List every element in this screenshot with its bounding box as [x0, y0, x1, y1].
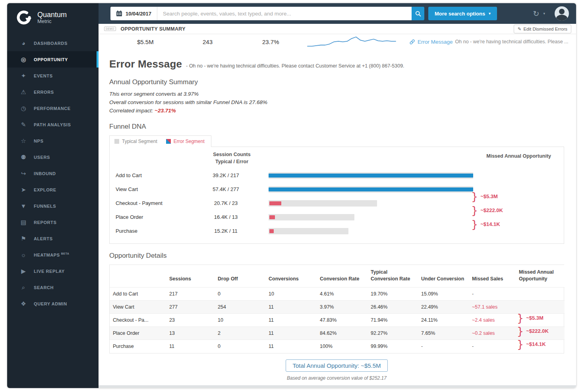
sidebar-item-label: INBOUND: [34, 171, 56, 176]
funnel-chart: Session Counts Typical / Error Missed An…: [109, 147, 564, 244]
user-avatar[interactable]: [555, 6, 569, 21]
table-row[interactable]: Place Order1321184.62%92.27%7.65%~0.2 sa…: [110, 327, 565, 340]
column-header: Missed Sales: [469, 265, 516, 288]
main-area: 10/04/2017 More search options ▾ ↻ ▾: [99, 3, 576, 388]
warning-icon: ⚠: [19, 89, 28, 96]
sidebar-item-label: SEARCH: [34, 285, 54, 290]
sidebar-item-explore[interactable]: ➤EXPLORE: [7, 182, 99, 198]
sidebar-item-label: ALERTS: [34, 236, 53, 241]
sidebar-item-errors[interactable]: ⚠ERRORS: [7, 84, 99, 100]
edit-dismissed-errors-button[interactable]: ✎ Edit Dismissed Errors: [514, 25, 571, 33]
sidebar-item-search[interactable]: ⌕SEARCH: [7, 279, 99, 295]
sidebar-item-performance[interactable]: ◷PERFORMANCE: [7, 100, 99, 116]
search-button[interactable]: [412, 7, 424, 20]
link-icon: [409, 39, 415, 45]
annual-line-2: Overall conversion for sessions with sim…: [109, 98, 564, 106]
funnel-session-counts: 16.4K / 13: [183, 214, 269, 220]
row-value: 254: [215, 301, 265, 314]
search-input[interactable]: [157, 7, 412, 20]
row-value: 0: [215, 340, 265, 353]
table-row[interactable]: Purchase11011100%99.99%--: [110, 340, 565, 353]
sidebar-item-nps[interactable]: ☆NPS: [7, 133, 99, 149]
sun-icon: ☼: [19, 251, 28, 258]
date-picker[interactable]: 10/04/2017: [110, 7, 157, 20]
total-annual-opportunity-button[interactable]: Total Annual Opportunity: ~$5.5M: [286, 359, 387, 372]
clock-icon: ◷: [19, 105, 28, 112]
row-value: 100%: [317, 340, 368, 353]
sidebar-item-path-analysis[interactable]: ✎PATH ANALYSIS: [7, 116, 99, 133]
flag-icon: ⚑: [19, 235, 28, 242]
sidebar-item-events[interactable]: ✦EVENTS: [7, 68, 99, 84]
rocket-icon: ➤: [19, 186, 28, 193]
annual-line-3: Correlated impact: ~23.71%: [109, 106, 564, 115]
funnel-bar-red: [269, 201, 281, 205]
refresh-chevron-down-icon[interactable]: ▾: [543, 12, 545, 15]
document-icon: ▤: [19, 219, 28, 226]
row-value: 13: [166, 327, 215, 340]
sidebar-item-label: QUERY ADMIN: [34, 301, 67, 306]
refresh-icon[interactable]: ↻: [533, 10, 540, 17]
error-message-link[interactable]: Error Message: [418, 39, 453, 45]
sidebar-item-inbound[interactable]: ↪INBOUND: [7, 165, 99, 182]
table-row[interactable]: View Cart277254113.97%26.46%22.49%~57.1 …: [110, 301, 565, 314]
session-counts-header: Session Counts Typical / Error: [189, 151, 275, 165]
summary-title-bar: DEMO OPPORTUNITY SUMMARY ✎ Edit Dismisse…: [99, 24, 576, 34]
sidebar-item-reports[interactable]: ▤REPORTS: [7, 214, 99, 230]
sidebar-item-dashboards[interactable]: ◕DASHBOARDS: [7, 35, 99, 51]
table-row[interactable]: Checkout - Pa...23101147.83%71.94%24.11%…: [110, 314, 565, 327]
row-value: ~57.1 sales: [469, 301, 516, 314]
column-header: Conversions: [265, 265, 317, 288]
column-header: Sessions: [166, 265, 215, 288]
row-phase-label: View Cart: [110, 301, 166, 314]
row-missed-annual: [516, 288, 565, 301]
sidebar-item-label: EXPLORE: [34, 187, 56, 192]
row-value: ~2.4 sales: [469, 314, 516, 327]
table-brace-5-3m: }~$5.3M: [517, 313, 544, 323]
sidebar-item-heatmaps[interactable]: ☼HEATMAPSBETA: [7, 247, 99, 263]
brand-logo[interactable]: Quantum Metric: [7, 3, 99, 31]
sidebar-item-live-replay[interactable]: ▶LIVE REPLAY: [7, 263, 99, 279]
users-icon: ⚉: [19, 154, 28, 161]
row-value: 11: [265, 301, 317, 314]
sidebar-item-label: LIVE REPLAY: [34, 269, 65, 274]
row-value: 11: [265, 314, 317, 327]
funnel-bar-blue: [269, 174, 473, 178]
correlated-impact-value: ~23.71%: [155, 108, 176, 114]
sidebar-item-users[interactable]: ⚉USERS: [7, 149, 99, 165]
sidebar-item-label: HEATMAPSBETA: [34, 252, 69, 257]
funnel-bar-red: [269, 215, 275, 219]
funnel-brace-5-3m: }~$5.3M: [471, 191, 498, 202]
annual-line-1: This error segment converts at 3.97%: [109, 90, 564, 98]
search-icon: [415, 11, 421, 17]
row-value: 92.27%: [368, 327, 418, 340]
date-value: 10/04/2017: [126, 11, 151, 17]
sidebar-item-opportunity[interactable]: ◎OPPORTUNITY: [7, 51, 99, 68]
sidebar: Quantum Metric ◕DASHBOARDS◎OPPORTUNITY✦E…: [7, 3, 99, 388]
row-value: 47.83%: [317, 314, 368, 327]
error-subtitle: - Oh no - we're having technical difficu…: [186, 63, 404, 69]
more-search-options-button[interactable]: More search options ▾: [428, 7, 497, 20]
sidebar-item-label: EVENTS: [34, 73, 53, 78]
table-row[interactable]: Add to Cart2170104.61%19.70%15.09%-: [110, 288, 565, 301]
demo-badge: DEMO: [104, 27, 116, 31]
sidebar-item-alerts[interactable]: ⚑ALERTS: [7, 230, 99, 247]
tags-icon: ✦: [19, 72, 28, 79]
table-brace-14k: }~$14.1K: [517, 339, 546, 350]
funnel-bar-zone: [269, 172, 473, 179]
sidebar-item-query-admin[interactable]: ❖QUERY ADMIN: [7, 295, 99, 312]
sidebar-item-label: DASHBOARDS: [34, 41, 68, 46]
star-icon: ☆: [19, 137, 28, 145]
row-value: 84.62%: [317, 327, 368, 340]
error-message-preview: Oh no - we're having technical difficult…: [455, 39, 569, 44]
bottom-strip: [99, 385, 576, 388]
legend-error-segment[interactable]: Error Segment: [166, 139, 205, 144]
sidebar-item-funnels[interactable]: ▼FUNNELS: [7, 198, 99, 214]
sidebar-item-label: ERRORS: [34, 90, 54, 95]
funnel-bar-zone: [269, 214, 473, 220]
row-value: 7.65%: [418, 327, 469, 340]
metric-rate: 23.7%: [262, 39, 279, 45]
details-heading: Opportunity Details: [109, 252, 564, 260]
funnel-bar-track: [269, 214, 354, 220]
row-value: 10: [215, 314, 265, 327]
legend-typical-segment[interactable]: Typical Segment: [114, 139, 157, 144]
